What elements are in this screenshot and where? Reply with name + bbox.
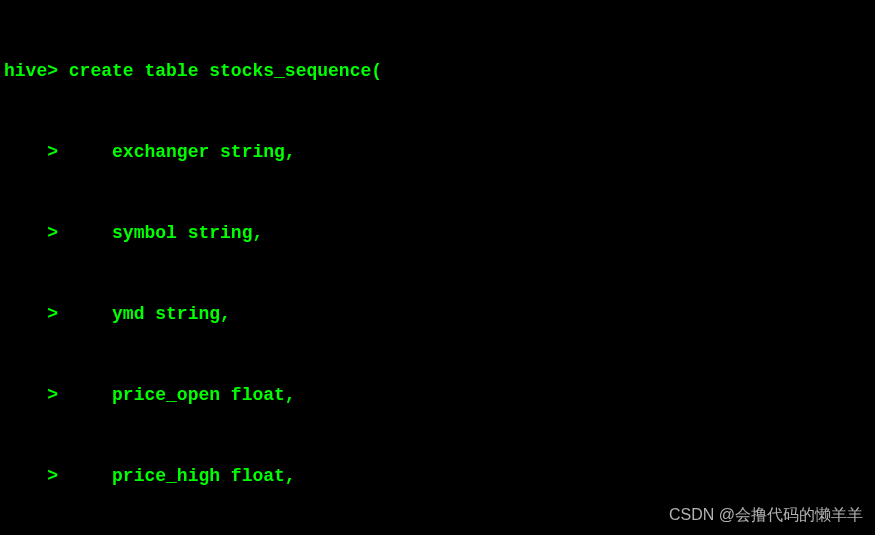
watermark-text: CSDN @会撸代码的懒羊羊 bbox=[669, 503, 863, 527]
terminal-line: > ymd string, bbox=[4, 301, 871, 328]
terminal-line: > exchanger string, bbox=[4, 139, 871, 166]
terminal-line: hive> create table stocks_sequence( bbox=[4, 58, 871, 85]
terminal-line: > symbol string, bbox=[4, 220, 871, 247]
terminal-output[interactable]: hive> create table stocks_sequence( > ex… bbox=[4, 4, 871, 535]
terminal-line: > price_open float, bbox=[4, 382, 871, 409]
terminal-line: > price_high float, bbox=[4, 463, 871, 490]
